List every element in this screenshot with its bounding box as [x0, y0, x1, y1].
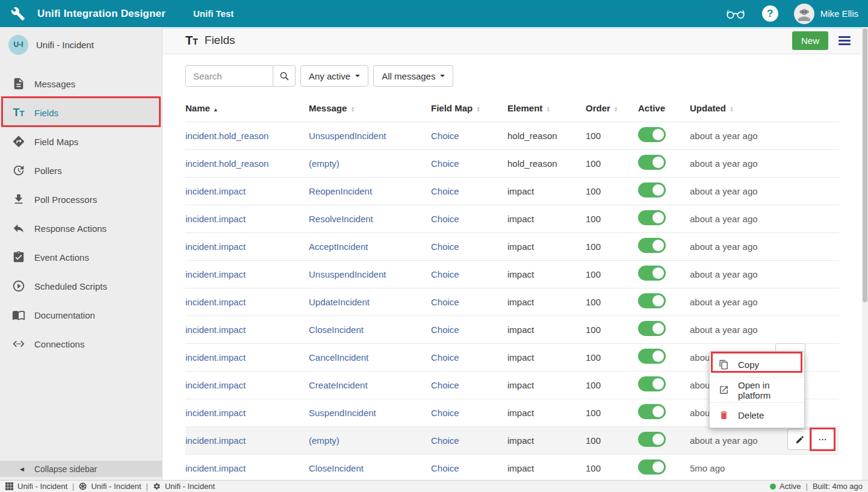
message-link[interactable]: CancelIncident [309, 352, 368, 363]
field-name-link[interactable]: incident.hold_reason [185, 158, 268, 169]
field-name-link[interactable]: incident.impact [185, 269, 246, 279]
column-header-element[interactable]: Element▲▼ [507, 95, 586, 122]
column-header-order[interactable]: Order▲▼ [586, 95, 638, 122]
field-map-link[interactable]: Choice [431, 269, 459, 279]
sidebar-item-messages[interactable]: Messages [0, 69, 162, 98]
integration-header[interactable]: U-I Unifi - Incident [0, 27, 162, 62]
status-bar: Unifi - Incident|Unifi - Incident|Unifi … [0, 480, 868, 492]
field-map-link[interactable]: Choice [431, 241, 459, 252]
field-name-link[interactable]: incident.impact [185, 463, 246, 473]
active-toggle[interactable] [638, 321, 666, 336]
field-name-link[interactable]: incident.impact [185, 325, 246, 335]
field-name-link[interactable]: incident.impact [185, 380, 246, 390]
menu-item-copy[interactable]: Copy [710, 352, 804, 377]
collapse-sidebar-button[interactable]: ◀ Collapse sidebar [0, 461, 162, 477]
active-toggle[interactable] [638, 155, 666, 170]
active-toggle[interactable] [638, 432, 666, 447]
message-link[interactable]: UnsuspendIncident [309, 269, 386, 279]
field-map-link[interactable]: Choice [431, 297, 459, 307]
field-map-link[interactable]: Choice [431, 131, 459, 141]
sidebar-item-documentation[interactable]: Documentation [0, 300, 162, 329]
integration-name: Unifi - Incident [36, 40, 94, 50]
collapse-label: Collapse sidebar [34, 464, 97, 474]
column-header-field-map[interactable]: Field Map▲▼ [431, 95, 507, 122]
active-toggle[interactable] [638, 459, 666, 475]
column-header-name[interactable]: Name▲ [185, 95, 309, 122]
field-map-link[interactable]: Choice [431, 325, 459, 335]
message-link[interactable]: UnsuspendIncident [309, 131, 386, 141]
field-map-link[interactable]: Choice [431, 214, 459, 224]
column-header-message[interactable]: Message▲▼ [309, 95, 431, 122]
field-name-link[interactable]: incident.impact [185, 408, 246, 418]
search-button[interactable] [273, 65, 296, 87]
statusbar-item[interactable]: Unifi - Incident [79, 482, 141, 491]
row-actions: ... [787, 429, 834, 450]
edit-button[interactable] [787, 429, 811, 450]
statusbar-item[interactable]: Unifi - Incident [5, 482, 67, 491]
field-map-link[interactable]: Choice [431, 158, 459, 169]
sidebar-item-field-maps[interactable]: Field Maps [0, 127, 162, 156]
active-toggle[interactable] [638, 376, 666, 391]
field-map-link[interactable]: Choice [431, 435, 459, 446]
integration-avatar: U-I [8, 35, 28, 55]
message-filter-dropdown[interactable]: All messages [373, 65, 453, 87]
sidebar-item-response-actions[interactable]: Response Actions [0, 214, 162, 243]
search-input[interactable] [185, 65, 273, 87]
message-link[interactable]: SuspendIncident [309, 408, 376, 418]
sidebar-item-label: Messages [34, 79, 75, 89]
glasses-icon[interactable] [726, 8, 745, 19]
field-name-link[interactable]: incident.impact [185, 435, 246, 446]
menu-item-delete[interactable]: Delete [710, 402, 804, 428]
field-name-link[interactable]: incident.hold_reason [185, 131, 268, 141]
field-map-link[interactable]: Choice [431, 380, 459, 390]
field-name-link[interactable]: incident.impact [185, 352, 246, 363]
field-name-link[interactable]: incident.impact [185, 297, 246, 307]
field-name-link[interactable]: incident.impact [185, 241, 246, 252]
sidebar-item-fields[interactable]: TTFields [0, 98, 162, 127]
sidebar-item-connections[interactable]: Connections [0, 329, 162, 358]
sidebar-item-event-actions[interactable]: Event Actions [0, 243, 162, 272]
sort-icon: ▲▼ [546, 106, 550, 112]
message-link[interactable]: AcceptIncident [309, 241, 368, 252]
field-map-link[interactable]: Choice [431, 186, 459, 196]
menu-hamburger-icon[interactable] [839, 34, 851, 47]
message-link[interactable]: UpdateIncident [309, 297, 370, 307]
user-name[interactable]: Mike Ellis [820, 8, 858, 19]
help-icon[interactable]: ? [762, 5, 778, 22]
active-toggle[interactable] [638, 404, 666, 419]
messages-icon [11, 76, 26, 91]
field-name-link[interactable]: incident.impact [185, 214, 246, 224]
more-button[interactable]: ... [811, 429, 834, 450]
active-toggle[interactable] [638, 349, 666, 364]
order-value: 100 [586, 325, 601, 335]
new-button[interactable]: New [792, 31, 828, 50]
message-link[interactable]: ReopenIncident [309, 186, 372, 196]
sidebar-item-scheduled-scripts[interactable]: Scheduled Scripts [0, 272, 162, 300]
vertical-scrollbar[interactable] [862, 27, 868, 480]
sidebar-item-pollers[interactable]: Pollers [0, 156, 162, 185]
message-link[interactable]: (empty) [309, 158, 339, 169]
statusbar-item[interactable]: Unifi - Incident [153, 482, 215, 491]
message-link[interactable]: CreateIncident [309, 380, 368, 390]
column-header-updated[interactable]: Updated▲▼ [690, 95, 839, 122]
active-toggle[interactable] [638, 266, 666, 281]
field-map-link[interactable]: Choice [431, 463, 459, 473]
field-map-link[interactable]: Choice [431, 352, 459, 363]
field-map-link[interactable]: Choice [431, 408, 459, 418]
active-toggle[interactable] [638, 210, 666, 225]
scrollbar-thumb[interactable] [863, 28, 867, 302]
user-avatar[interactable] [794, 4, 814, 24]
message-link[interactable]: CloseIncident [309, 325, 364, 335]
message-link[interactable]: (empty) [309, 435, 339, 446]
active-toggle[interactable] [638, 127, 666, 142]
active-toggle[interactable] [638, 182, 666, 198]
field-name-link[interactable]: incident.impact [185, 186, 246, 196]
order-value: 100 [586, 297, 601, 307]
sidebar-item-poll-processors[interactable]: Poll Processors [0, 185, 162, 214]
active-toggle[interactable] [638, 293, 666, 308]
menu-item-open-in-platform[interactable]: Open in platform [710, 377, 804, 402]
message-link[interactable]: CloseIncident [309, 463, 364, 473]
active-filter-dropdown[interactable]: Any active [300, 65, 368, 87]
active-toggle[interactable] [638, 238, 666, 253]
message-link[interactable]: ResolveIncident [309, 214, 373, 224]
